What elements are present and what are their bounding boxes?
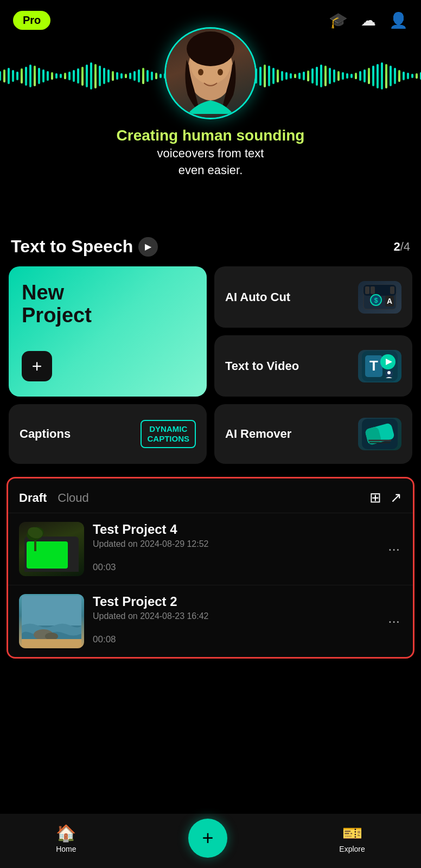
nav-explore[interactable]: 🎫 Explore xyxy=(339,824,365,853)
project-item[interactable]: Test Project 4 Updated on 2024-08-29 12:… xyxy=(8,513,413,585)
draft-tabs: Draft Cloud ⊞ ↗ xyxy=(8,478,413,513)
section-title-row: Text to Speech ▶ xyxy=(11,237,158,257)
project-item-2[interactable]: Test Project 2 Updated on 2024-08-23 16:… xyxy=(8,585,413,657)
new-project-line1: New xyxy=(22,281,64,304)
draft-tab-cloud[interactable]: Cloud xyxy=(58,491,88,505)
project-date-1: Updated on 2024-08-29 12:52 xyxy=(93,539,377,549)
nav-icons: 🎓 ☁ 👤 xyxy=(329,11,408,29)
svg-text:A: A xyxy=(387,297,392,305)
svg-rect-9 xyxy=(390,286,394,294)
dynamic-captions-line1: DYNAMIC xyxy=(147,424,189,434)
project-more-button-2[interactable]: ··· xyxy=(386,613,402,630)
project-thumb-4 xyxy=(19,522,84,576)
project-thumb-2 xyxy=(19,594,84,648)
project-info-1: Test Project 4 Updated on 2024-08-29 12:… xyxy=(93,522,377,573)
draft-section: Draft Cloud ⊞ ↗ Test Project 4 Updated o… xyxy=(7,477,414,659)
svg-point-3 xyxy=(198,69,203,75)
ai-auto-cut-label: AI Auto Cut xyxy=(225,290,290,304)
svg-rect-8 xyxy=(371,286,375,294)
pro-badge[interactable]: Pro xyxy=(13,11,50,30)
text-to-video-card[interactable]: Text to Video T xyxy=(214,335,412,397)
project-info-2: Test Project 2 Updated on 2024-08-23 16:… xyxy=(93,594,377,645)
new-project-line2: Project xyxy=(22,304,92,327)
home-icon: 🏠 xyxy=(56,824,76,843)
captions-label: Captions xyxy=(20,427,71,441)
svg-point-20 xyxy=(387,371,391,374)
ai-remover-label: AI Remover xyxy=(225,427,291,441)
home-label: Home xyxy=(56,845,76,853)
bottom-nav: 🏠 Home + 🎫 Explore xyxy=(0,814,421,868)
new-project-card[interactable]: New Project + xyxy=(9,266,207,397)
project-name-1: Test Project 4 xyxy=(93,522,377,537)
project-duration-2: 00:08 xyxy=(93,634,377,645)
dynamic-captions-badge: DYNAMIC CAPTIONS xyxy=(141,420,196,448)
tools-grid: New Project + AI Auto Cut $ A xyxy=(0,261,421,473)
project-date-2: Updated on 2024-08-23 16:42 xyxy=(93,611,377,621)
explore-label: Explore xyxy=(339,845,365,853)
slide-counter: 2/4 xyxy=(393,240,410,254)
hero-text: Creating human sounding voiceovers from … xyxy=(0,126,421,179)
svg-rect-7 xyxy=(365,286,369,294)
hero-title: Creating human sounding xyxy=(0,126,421,145)
new-project-plus-button[interactable]: + xyxy=(22,351,52,381)
project-duration-1: 00:03 xyxy=(93,562,377,573)
svg-point-4 xyxy=(218,69,223,75)
hero-subtitle-2: even easier. xyxy=(0,162,421,179)
project-more-button-1[interactable]: ··· xyxy=(386,541,402,558)
draft-tab-group: Draft Cloud xyxy=(19,491,89,505)
svg-rect-29 xyxy=(22,596,81,626)
slide-total: 4 xyxy=(404,240,410,253)
svg-rect-33 xyxy=(22,639,81,647)
avatar-face xyxy=(166,29,255,118)
nav-home[interactable]: 🏠 Home xyxy=(56,824,76,853)
play-button[interactable]: ▶ xyxy=(138,237,158,257)
dynamic-captions-line2: CAPTIONS xyxy=(147,434,189,444)
svg-text:T: T xyxy=(369,358,378,374)
section-title: Text to Speech xyxy=(11,237,133,257)
draft-tab-icons: ⊞ ↗ xyxy=(369,489,402,506)
center-add-button[interactable]: + xyxy=(188,819,227,858)
slide-current: 2 xyxy=(393,240,400,253)
svg-point-32 xyxy=(45,633,58,640)
svg-text:$: $ xyxy=(374,297,378,304)
captions-card[interactable]: Captions DYNAMIC CAPTIONS xyxy=(9,404,207,464)
ai-remover-icon xyxy=(358,418,401,450)
cloud-icon[interactable]: ☁ xyxy=(361,11,376,29)
captions-inner: Captions DYNAMIC CAPTIONS xyxy=(20,420,196,448)
hero-banner: Pro 🎓 ☁ 👤 xyxy=(0,0,421,228)
export-icon[interactable]: ↗ xyxy=(390,489,402,506)
ai-auto-cut-card[interactable]: AI Auto Cut $ A xyxy=(214,266,412,328)
project-name-2: Test Project 2 xyxy=(93,594,377,609)
waves-image xyxy=(19,594,84,648)
top-nav: Pro 🎓 ☁ 👤 xyxy=(0,11,421,30)
education-icon[interactable]: 🎓 xyxy=(329,11,348,29)
hero-subtitle-1: voiceovers from text xyxy=(0,145,421,162)
explore-icon: 🎫 xyxy=(342,824,362,843)
text-to-video-icon: T xyxy=(358,350,401,382)
section-header: Text to Speech ▶ 2/4 xyxy=(0,228,421,261)
ai-auto-cut-icon: $ A xyxy=(358,281,401,314)
new-project-title: New Project xyxy=(22,282,92,327)
avatar xyxy=(164,27,257,119)
ai-remover-card[interactable]: AI Remover xyxy=(214,404,412,464)
draft-tab-draft[interactable]: Draft xyxy=(19,491,47,505)
grid-view-icon[interactable]: ⊞ xyxy=(369,489,381,506)
profile-icon[interactable]: 👤 xyxy=(389,11,408,29)
text-to-video-label: Text to Video xyxy=(225,359,299,373)
svg-point-2 xyxy=(187,31,234,66)
